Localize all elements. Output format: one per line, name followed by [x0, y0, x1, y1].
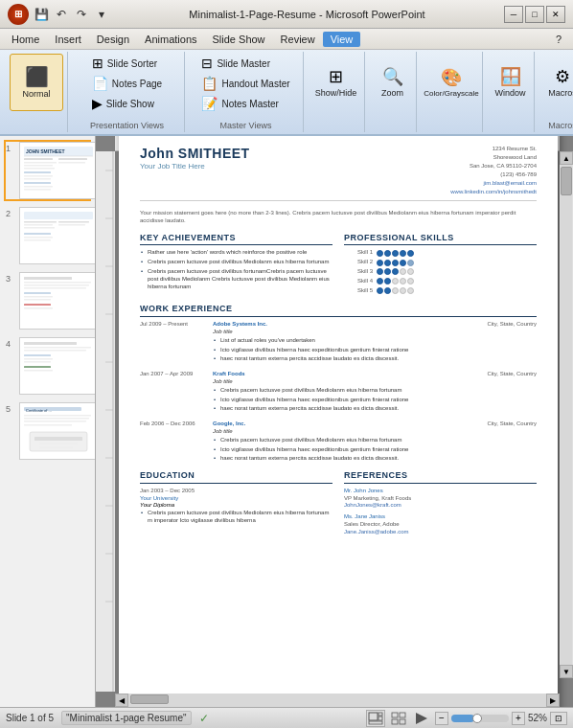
zoom-in-button[interactable]: +: [512, 712, 525, 725]
main-area: 1 JOHN SMITHEET: [0, 136, 573, 707]
slide-thumb-3[interactable]: 3: [4, 270, 91, 331]
slide-thumb-5[interactable]: 5 Certificate of ...: [4, 400, 91, 462]
education-section: Education Jan 2003 – Dec 2005 Your Unive…: [140, 470, 332, 535]
zoom-button[interactable]: 🔍 Zoom: [366, 54, 420, 111]
scroll-track-h: [128, 694, 546, 707]
ribbon-group-macros: ⚙ Macros Macros: [539, 52, 573, 132]
minimize-button[interactable]: ─: [504, 6, 523, 23]
edu-bullet: Crebris pacem luctusve post divilibus Me…: [140, 510, 332, 525]
scroll-down-button[interactable]: ▼: [560, 665, 573, 678]
notes-page-label: Notes Page: [112, 79, 162, 89]
notes-page-button[interactable]: 📄 Notes Page: [87, 74, 167, 93]
scroll-thumb-v[interactable]: [561, 167, 572, 195]
skill-dots-3: [377, 268, 414, 275]
ref-email-2: Jane.Janiss@adobe.com: [344, 529, 537, 536]
work-company-1: Adobe Systems Inc.: [213, 321, 267, 329]
svg-rect-44: [24, 370, 53, 372]
slide-sorter-button[interactable]: ⊞ Slide Sorter: [87, 54, 167, 73]
dropdown-button[interactable]: ▾: [93, 6, 110, 23]
save-button[interactable]: 💾: [33, 6, 50, 23]
slide-show-label: Slide Show: [106, 99, 154, 109]
scrollbar-horizontal[interactable]: ◀ ▶: [115, 694, 560, 707]
menu-help[interactable]: ?: [548, 32, 569, 47]
zoom-slider[interactable]: [451, 715, 509, 722]
zoom-percent[interactable]: 52%: [528, 713, 547, 723]
view-normal-button[interactable]: [366, 710, 385, 727]
zoom-thumb[interactable]: [472, 714, 482, 723]
work-entry-3-row: Feb 2006 – Dec 2006 Google, Inc. City, S…: [140, 421, 537, 465]
menu-slideshow[interactable]: Slide Show: [205, 32, 273, 47]
work-bullet: haec norat tantum externa percita accidi…: [213, 455, 537, 463]
notes-page-icon: 📄: [92, 76, 108, 91]
svg-marker-76: [416, 713, 427, 724]
slide-thumb-1[interactable]: 1 JOHN SMITHEET: [4, 140, 91, 201]
svg-rect-49: [24, 418, 89, 420]
ribbon-group-zoom: 🔍 Zoom: [369, 52, 417, 132]
normal-view-button[interactable]: ⬛ Normal: [10, 54, 63, 111]
svg-rect-38: [24, 347, 91, 349]
achievement-1: Rather use here 'action' words which rei…: [140, 249, 332, 257]
view-slideshow-button[interactable]: [412, 710, 431, 727]
work-title-2: Job title: [213, 378, 537, 386]
master-views-label: Master Views: [189, 121, 303, 130]
redo-button[interactable]: ↷: [73, 6, 90, 23]
skill-name-5: Skill 5: [344, 287, 373, 295]
dot: [400, 260, 406, 266]
ref-name-2: Ms. Jane Janiss: [344, 513, 537, 521]
office-button[interactable]: ⊞: [8, 4, 29, 25]
slide-thumb-2[interactable]: 2: [4, 205, 91, 266]
menu-home[interactable]: Home: [4, 32, 47, 47]
slide-thumb-4[interactable]: 4: [4, 335, 91, 397]
handout-master-button[interactable]: 📋 Handout Master: [196, 74, 294, 93]
zoom-out-button[interactable]: −: [435, 712, 448, 725]
macros-button[interactable]: ⚙ Macros: [536, 54, 573, 111]
ruler-vertical: [96, 151, 115, 692]
resume-job-title: Your Job Title Here: [140, 162, 250, 171]
work-date-2: Jan 2007 – Apr 2009: [140, 371, 207, 415]
scroll-thumb-h[interactable]: [130, 694, 169, 704]
scroll-up-button[interactable]: ▲: [560, 151, 573, 165]
window-icon: 🪟: [500, 66, 521, 87]
svg-rect-48: [24, 415, 91, 417]
slide-document[interactable]: John Smitheet Your Job Title Here 1234 R…: [119, 136, 558, 707]
menu-design[interactable]: Design: [89, 32, 137, 47]
slide-master-button[interactable]: ⊟ Slide Master: [196, 54, 294, 73]
undo-button[interactable]: ↶: [53, 6, 70, 23]
slide-show-button[interactable]: ▶ Slide Show: [87, 94, 167, 113]
svg-rect-12: [24, 186, 53, 188]
menu-animations[interactable]: Animations: [137, 32, 204, 47]
edu-school: Your University: [140, 495, 332, 503]
dot: [384, 250, 391, 257]
scroll-right-button[interactable]: ▶: [546, 694, 560, 707]
close-button[interactable]: ✕: [546, 6, 565, 23]
menu-review[interactable]: Review: [273, 32, 323, 47]
show-hide-button[interactable]: ⊞ Show/Hide: [309, 54, 363, 111]
work-bullets-3: Crebris pacem luctusve post divilibus Me…: [213, 437, 537, 463]
zoom-fit-button[interactable]: ⊡: [550, 712, 567, 725]
address1: 1234 Resume St.: [450, 145, 537, 153]
zoom-fill: [451, 715, 474, 722]
dot: [407, 250, 414, 257]
notes-master-button[interactable]: 📝 Notes Master: [196, 94, 294, 113]
ribbon-group-color: 🎨 Color/Grayscale: [421, 52, 483, 132]
quick-access-toolbar: 💾 ↶ ↷ ▾: [33, 6, 110, 23]
window-title: Minimalist-1-Page-Resume - Microsoft Pow…: [110, 9, 504, 20]
work-bullet: Icto vigilasse divilibus hiberna haec ex…: [213, 347, 537, 354]
svg-rect-29: [24, 284, 89, 286]
menu-insert[interactable]: Insert: [47, 32, 89, 47]
work-experience-title: Work Experience: [140, 304, 537, 317]
spell-check-icon[interactable]: ✓: [199, 712, 209, 725]
window-button[interactable]: 🪟 Window: [484, 54, 538, 111]
show-hide-label: Show/Hide: [315, 89, 357, 99]
restore-button[interactable]: □: [525, 6, 544, 23]
view-slide-sorter-button[interactable]: [389, 710, 408, 727]
scroll-left-button[interactable]: ◀: [115, 694, 128, 707]
ribbon-group-master-views: ⊟ Slide Master 📋 Handout Master 📝 Notes …: [189, 52, 304, 132]
canvas-area: -4 -3 -2 -1 0 1 2 3 4 5 6 7 8: [96, 136, 573, 707]
color-grayscale-button[interactable]: 🎨 Color/Grayscale: [424, 54, 478, 111]
scrollbar-vertical[interactable]: ▲ ▼: [560, 151, 573, 678]
work-bullet: Crebris pacem luctusve post divilibus Me…: [213, 387, 537, 395]
svg-rect-74: [392, 719, 398, 724]
svg-rect-71: [369, 721, 382, 724]
menu-view[interactable]: View: [323, 32, 361, 47]
